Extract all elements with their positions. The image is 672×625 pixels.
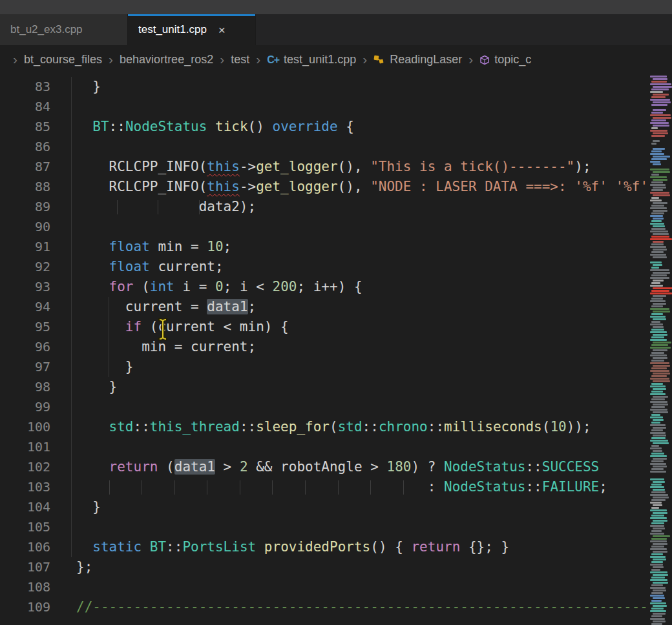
code-token: std [109,419,134,435]
code-token: BT [92,119,109,134]
tab-close-icon[interactable]: × [218,24,226,36]
line-number-97[interactable]: 97 [0,357,50,377]
minimap-line [650,370,669,372]
code-line-103[interactable]: : NodeStatus::FAILURE; [76,477,672,497]
line-number-84[interactable]: 84 [0,97,50,117]
line-number-104[interactable]: 104 [0,497,50,517]
minimap[interactable] [648,74,672,625]
code-line-89[interactable]: data2); [76,197,672,217]
minimap-line [650,362,669,364]
code-line-95[interactable]: if (current < min) { [76,317,672,337]
line-number-101[interactable]: 101 [0,437,50,457]
line-number-90[interactable]: 90 [0,217,50,237]
code-line-91[interactable]: float min = 10; [76,237,672,257]
minimap-line [651,553,663,555]
line-number-85[interactable]: 85 [0,117,50,137]
code-token: min = current; [76,339,256,354]
code-line-83[interactable]: } [76,77,672,97]
code-line-85[interactable]: BT::NodeStatus tick() override { [76,117,672,137]
line-number-93[interactable]: 93 [0,277,50,297]
minimap-line [651,81,667,83]
line-number-102[interactable]: 102 [0,457,50,477]
line-number-106[interactable]: 106 [0,537,50,557]
code-line-97[interactable]: } [76,357,672,377]
code-token: ) ? [411,459,444,475]
code-token: 10 [207,239,223,254]
code-token: :: [240,419,256,435]
code-token: data1 [207,299,247,314]
breadcrumb-item-test[interactable]: test [231,53,249,67]
minimap-line [653,179,667,181]
cpp-file-icon: C+ [267,54,279,66]
code-line-96[interactable]: min = current; [76,337,672,357]
code-line-109[interactable]: //--------------------------------------… [76,597,672,617]
breadcrumb-item-behaviortree_ros2[interactable]: behaviortree_ros2 [120,53,213,67]
line-number-103[interactable]: 103 [0,477,50,497]
minimap-line [653,589,666,591]
code-content[interactable]: } BT::NodeStatus tick() override { RCLCP… [76,77,672,617]
code-editor[interactable]: 8384858687888990919293949596979899100101… [0,74,672,625]
line-number-87[interactable]: 87 [0,157,50,177]
code-line-104[interactable]: } [76,497,672,517]
code-line-98[interactable]: } [76,377,672,397]
code-token: NodeStatus [444,479,525,495]
line-number-96[interactable]: 96 [0,337,50,357]
minimap-line [653,357,667,359]
minimap-line [653,535,670,537]
code-line-90[interactable] [76,217,672,237]
code-line-84[interactable] [76,97,672,117]
line-number-83[interactable]: 83 [0,77,50,97]
line-number-107[interactable]: 107 [0,557,50,577]
code-token: if [125,319,142,334]
minimap-line [651,375,667,377]
line-number-gutter[interactable]: 8384858687888990919293949596979899100101… [0,77,50,617]
code-line-88[interactable]: RCLCPP_INFO(this->get_logger(), "NODE : … [76,177,672,197]
code-line-94[interactable]: current = data1; [76,297,672,317]
code-token [256,539,264,555]
code-token [240,479,273,495]
code-line-107[interactable]: }; [76,557,672,577]
line-number-105[interactable]: 105 [0,517,50,537]
minimap-line [650,393,666,395]
breadcrumb-item-test_unit1.cpp[interactable]: test_unit1.cpp [284,53,356,67]
line-number-99[interactable]: 99 [0,397,50,417]
minimap-line [651,391,663,393]
code-line-93[interactable]: for (int i = 0; i < 200; i++) { [76,277,672,297]
code-line-100[interactable]: std::this_thread::sleep_for(std::chrono:… [76,417,672,437]
line-number-88[interactable]: 88 [0,177,50,197]
minimap-line [650,587,666,589]
code-line-86[interactable] [76,137,672,157]
line-number-108[interactable]: 108 [0,577,50,597]
minimap-line [650,432,666,434]
code-line-108[interactable] [76,577,672,597]
line-number-94[interactable]: 94 [0,297,50,317]
code-token: NodeStatus [444,459,525,475]
minimap-line [650,200,662,201]
line-number-100[interactable]: 100 [0,417,50,437]
line-number-98[interactable]: 98 [0,377,50,397]
code-line-101[interactable] [76,437,672,457]
breadcrumb-item-ReadingLaser[interactable]: ReadingLaser [390,53,462,67]
code-line-105[interactable] [76,517,672,537]
tab-test_unit1.cpp[interactable]: test_unit1.cpp× [128,14,256,45]
minimap-line [653,225,665,227]
line-number-95[interactable]: 95 [0,317,50,337]
line-number-91[interactable]: 91 [0,237,50,257]
line-number-86[interactable]: 86 [0,137,50,157]
breadcrumb-item-topic_c[interactable]: topic_c [494,53,531,67]
line-number-89[interactable]: 89 [0,197,50,217]
tab-bt_u2_ex3.cpp[interactable]: bt_u2_ex3.cpp [0,14,128,45]
minimap-line [650,455,667,457]
minimap-line [651,515,664,517]
breadcrumb-item-bt_course_files[interactable]: bt_course_files [24,53,102,67]
line-number-109[interactable]: 109 [0,597,50,617]
minimap-line [651,321,660,323]
code-token [76,199,117,214]
code-line-92[interactable]: float current; [76,257,672,277]
code-line-87[interactable]: RCLCPP_INFO(this->get_logger(), "This is… [76,157,672,177]
minimap-line [650,525,664,527]
code-line-102[interactable]: return (data1 > 2 && robotAngle > 180) ?… [76,457,672,477]
code-line-106[interactable]: static BT::PortsList providedPorts() { r… [76,537,672,557]
code-line-99[interactable] [76,397,672,417]
line-number-92[interactable]: 92 [0,257,50,277]
